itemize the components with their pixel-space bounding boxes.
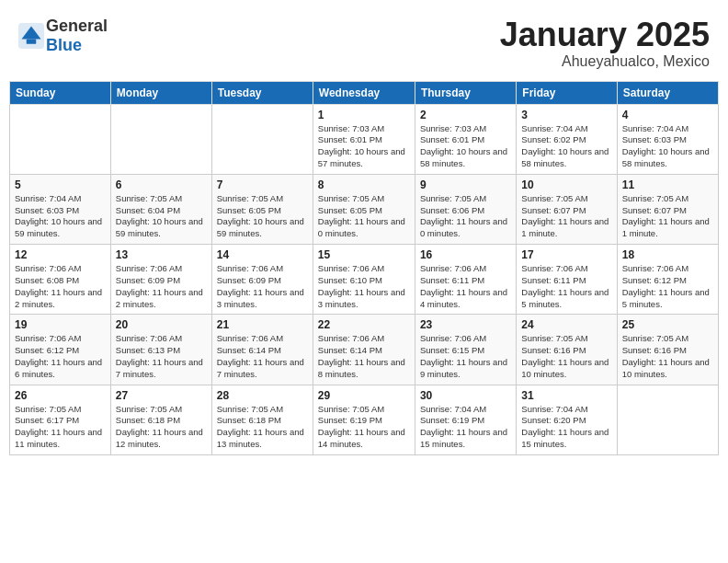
day-number: 7 [217, 178, 308, 191]
day-info: Sunrise: 7:06 AM Sunset: 6:12 PM Dayligh… [15, 333, 106, 380]
calendar-cell: 2Sunrise: 7:03 AM Sunset: 6:01 PM Daylig… [415, 104, 516, 174]
day-info: Sunrise: 7:06 AM Sunset: 6:13 PM Dayligh… [116, 333, 207, 380]
day-number: 5 [15, 178, 106, 191]
calendar-table: SundayMondayTuesdayWednesdayThursdayFrid… [9, 81, 719, 455]
day-number: 1 [318, 109, 410, 121]
day-info: Sunrise: 7:06 AM Sunset: 6:14 PM Dayligh… [217, 333, 308, 380]
day-info: Sunrise: 7:03 AM Sunset: 6:01 PM Dayligh… [318, 123, 410, 170]
day-info: Sunrise: 7:06 AM Sunset: 6:09 PM Dayligh… [217, 263, 308, 310]
calendar-cell: 10Sunrise: 7:05 AM Sunset: 6:07 PM Dayli… [517, 174, 617, 244]
calendar-cell: 19Sunrise: 7:06 AM Sunset: 6:12 PM Dayli… [10, 315, 111, 385]
day-number: 2 [420, 109, 511, 121]
logo-general: General [46, 17, 108, 35]
weekday-header-cell: Thursday [415, 81, 516, 104]
calendar-cell: 25Sunrise: 7:05 AM Sunset: 6:16 PM Dayli… [617, 315, 718, 385]
day-number: 18 [622, 248, 713, 261]
calendar-cell: 16Sunrise: 7:06 AM Sunset: 6:11 PM Dayli… [415, 245, 516, 315]
day-info: Sunrise: 7:04 AM Sunset: 6:02 PM Dayligh… [521, 123, 611, 170]
day-info: Sunrise: 7:05 AM Sunset: 6:05 PM Dayligh… [318, 193, 410, 240]
calendar-cell: 31Sunrise: 7:04 AM Sunset: 6:20 PM Dayli… [517, 385, 617, 454]
calendar-cell: 18Sunrise: 7:06 AM Sunset: 6:12 PM Dayli… [617, 245, 718, 315]
day-info: Sunrise: 7:04 AM Sunset: 6:03 PM Dayligh… [622, 123, 713, 170]
calendar-week-row: 5Sunrise: 7:04 AM Sunset: 6:03 PM Daylig… [10, 174, 719, 244]
day-number: 28 [217, 389, 308, 402]
calendar-cell: 1Sunrise: 7:03 AM Sunset: 6:01 PM Daylig… [313, 104, 415, 174]
day-info: Sunrise: 7:06 AM Sunset: 6:11 PM Dayligh… [521, 263, 611, 310]
day-info: Sunrise: 7:06 AM Sunset: 6:10 PM Dayligh… [318, 263, 410, 310]
day-number: 22 [318, 318, 410, 331]
month-title: January 2025 [500, 17, 710, 53]
calendar-cell: 6Sunrise: 7:05 AM Sunset: 6:04 PM Daylig… [110, 174, 211, 244]
day-info: Sunrise: 7:05 AM Sunset: 6:05 PM Dayligh… [217, 193, 308, 240]
day-number: 29 [318, 389, 410, 402]
day-info: Sunrise: 7:04 AM Sunset: 6:20 PM Dayligh… [521, 404, 611, 451]
calendar-week-row: 12Sunrise: 7:06 AM Sunset: 6:08 PM Dayli… [10, 245, 719, 315]
calendar-cell [617, 385, 718, 454]
day-number: 24 [521, 318, 611, 331]
day-number: 6 [116, 178, 207, 191]
day-info: Sunrise: 7:03 AM Sunset: 6:01 PM Dayligh… [420, 123, 511, 170]
calendar-cell: 20Sunrise: 7:06 AM Sunset: 6:13 PM Dayli… [110, 315, 211, 385]
day-number: 19 [15, 318, 106, 331]
weekday-header-cell: Wednesday [313, 81, 415, 104]
weekday-header-cell: Friday [517, 81, 617, 104]
day-number: 20 [116, 318, 207, 331]
weekday-header-cell: Saturday [617, 81, 718, 104]
day-info: Sunrise: 7:05 AM Sunset: 6:16 PM Dayligh… [622, 333, 713, 380]
day-info: Sunrise: 7:04 AM Sunset: 6:19 PM Dayligh… [420, 404, 511, 451]
calendar-cell: 9Sunrise: 7:05 AM Sunset: 6:06 PM Daylig… [415, 174, 516, 244]
day-number: 23 [420, 318, 511, 331]
day-info: Sunrise: 7:06 AM Sunset: 6:11 PM Dayligh… [420, 263, 511, 310]
day-info: Sunrise: 7:05 AM Sunset: 6:19 PM Dayligh… [318, 404, 410, 451]
logo-icon [18, 23, 44, 49]
calendar-cell: 7Sunrise: 7:05 AM Sunset: 6:05 PM Daylig… [211, 174, 313, 244]
logo: General Blue [18, 17, 108, 55]
calendar-cell: 21Sunrise: 7:06 AM Sunset: 6:14 PM Dayli… [211, 315, 313, 385]
location-title: Ahueyahualco, Mexico [500, 53, 710, 70]
day-info: Sunrise: 7:05 AM Sunset: 6:07 PM Dayligh… [521, 193, 611, 240]
day-number: 4 [622, 109, 713, 121]
calendar-cell: 24Sunrise: 7:05 AM Sunset: 6:16 PM Dayli… [517, 315, 617, 385]
day-info: Sunrise: 7:04 AM Sunset: 6:03 PM Dayligh… [15, 193, 106, 240]
day-number: 12 [15, 248, 106, 261]
calendar-cell: 15Sunrise: 7:06 AM Sunset: 6:10 PM Dayli… [313, 245, 415, 315]
day-info: Sunrise: 7:05 AM Sunset: 6:04 PM Dayligh… [116, 193, 207, 240]
day-number: 31 [521, 389, 611, 402]
day-number: 26 [15, 389, 106, 402]
calendar-cell [211, 104, 313, 174]
calendar-cell: 30Sunrise: 7:04 AM Sunset: 6:19 PM Dayli… [415, 385, 516, 454]
calendar-cell: 22Sunrise: 7:06 AM Sunset: 6:14 PM Dayli… [313, 315, 415, 385]
calendar-cell: 11Sunrise: 7:05 AM Sunset: 6:07 PM Dayli… [617, 174, 718, 244]
weekday-header-cell: Sunday [10, 81, 111, 104]
day-info: Sunrise: 7:05 AM Sunset: 6:18 PM Dayligh… [116, 404, 207, 451]
day-info: Sunrise: 7:06 AM Sunset: 6:09 PM Dayligh… [116, 263, 207, 310]
calendar-cell: 27Sunrise: 7:05 AM Sunset: 6:18 PM Dayli… [110, 385, 211, 454]
day-number: 13 [116, 248, 207, 261]
calendar-cell: 12Sunrise: 7:06 AM Sunset: 6:08 PM Dayli… [10, 245, 111, 315]
calendar-cell: 23Sunrise: 7:06 AM Sunset: 6:15 PM Dayli… [415, 315, 516, 385]
day-info: Sunrise: 7:05 AM Sunset: 6:16 PM Dayligh… [521, 333, 611, 380]
svg-rect-2 [27, 40, 37, 44]
calendar-cell: 26Sunrise: 7:05 AM Sunset: 6:17 PM Dayli… [10, 385, 111, 454]
day-info: Sunrise: 7:06 AM Sunset: 6:12 PM Dayligh… [622, 263, 713, 310]
day-number: 15 [318, 248, 410, 261]
title-block: January 2025 Ahueyahualco, Mexico [500, 17, 710, 70]
calendar-week-row: 26Sunrise: 7:05 AM Sunset: 6:17 PM Dayli… [10, 385, 719, 454]
day-number: 14 [217, 248, 308, 261]
calendar-cell: 5Sunrise: 7:04 AM Sunset: 6:03 PM Daylig… [10, 174, 111, 244]
day-number: 17 [521, 248, 611, 261]
page-header: General Blue January 2025 Ahueyahualco, … [9, 9, 719, 74]
day-info: Sunrise: 7:06 AM Sunset: 6:15 PM Dayligh… [420, 333, 511, 380]
calendar-cell [110, 104, 211, 174]
calendar-cell: 28Sunrise: 7:05 AM Sunset: 6:18 PM Dayli… [211, 385, 313, 454]
day-info: Sunrise: 7:06 AM Sunset: 6:14 PM Dayligh… [318, 333, 410, 380]
day-number: 3 [521, 109, 611, 121]
calendar-week-row: 1Sunrise: 7:03 AM Sunset: 6:01 PM Daylig… [10, 104, 719, 174]
calendar-cell: 17Sunrise: 7:06 AM Sunset: 6:11 PM Dayli… [517, 245, 617, 315]
calendar-cell: 8Sunrise: 7:05 AM Sunset: 6:05 PM Daylig… [313, 174, 415, 244]
logo-blue: Blue [46, 36, 82, 54]
calendar-cell: 4Sunrise: 7:04 AM Sunset: 6:03 PM Daylig… [617, 104, 718, 174]
weekday-header-cell: Monday [110, 81, 211, 104]
day-info: Sunrise: 7:06 AM Sunset: 6:08 PM Dayligh… [15, 263, 106, 310]
day-number: 10 [521, 178, 611, 191]
